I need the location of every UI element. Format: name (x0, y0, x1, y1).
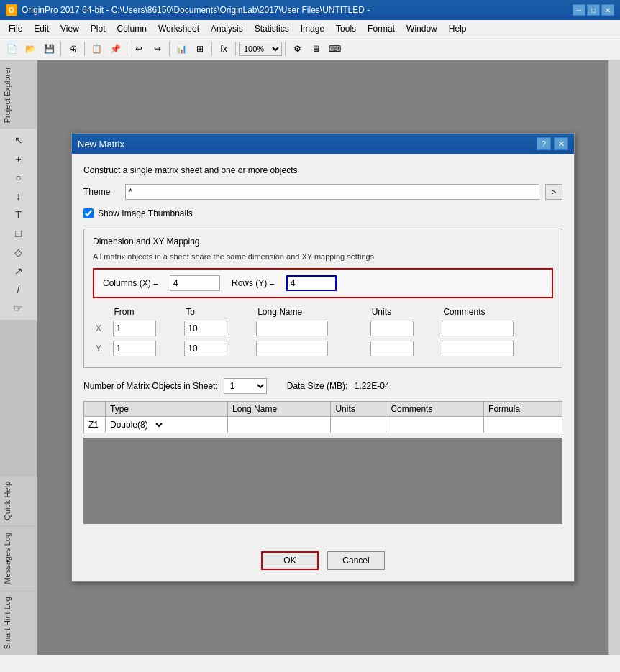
menu-plot[interactable]: Plot (85, 22, 111, 35)
obj-formula-cell[interactable] (484, 417, 562, 433)
cancel-button[interactable]: Cancel (327, 551, 385, 570)
new-button[interactable]: 📄 (3, 40, 20, 57)
objects-table: Type Long Name Units Comments Formula Z1 (83, 401, 562, 433)
dimension-row: Columns (X) = Rows (Y) = (93, 268, 553, 298)
separator-7 (285, 42, 286, 56)
dialog-title: New Matrix (78, 139, 537, 149)
x-units-input[interactable] (370, 321, 414, 336)
zoom-tool[interactable]: + (9, 150, 29, 167)
rows-input[interactable] (286, 275, 337, 291)
theme-input[interactable] (125, 184, 539, 200)
menu-worksheet[interactable]: Worksheet (152, 22, 205, 35)
copy-button[interactable]: 📋 (88, 40, 105, 57)
menu-file[interactable]: File (3, 22, 28, 35)
menu-help[interactable]: Help (443, 22, 473, 35)
menu-statistics[interactable]: Statistics (249, 22, 295, 35)
right-panel (608, 60, 620, 655)
menu-edit[interactable]: Edit (28, 22, 55, 35)
theme-arrow-button[interactable]: > (545, 184, 562, 200)
show-thumbnails-checkbox[interactable] (83, 208, 94, 218)
resize-tool[interactable]: ↕ (9, 188, 29, 205)
new-matrix-dialog: New Matrix ? ✕ Construct a single matrix… (71, 133, 575, 582)
select-tool[interactable]: ↖ (9, 132, 29, 149)
project-explorer-tab[interactable]: Project Explorer (0, 60, 37, 129)
obj-col-type: Type (106, 402, 228, 417)
menu-view[interactable]: View (55, 22, 85, 35)
maximize-button[interactable]: □ (587, 4, 600, 16)
save-button[interactable]: 💾 (40, 40, 58, 57)
settings-button[interactable]: ⚙ (288, 40, 306, 57)
menu-analysis[interactable]: Analysis (205, 22, 249, 35)
obj-longname-cell[interactable] (228, 417, 331, 433)
code-button[interactable]: ⌨ (326, 40, 343, 57)
title-bar: O OriginPro 2017 64-bit - C:\Users\86150… (0, 0, 620, 20)
script-button[interactable]: fx (215, 40, 232, 57)
col-longname: Long Name (253, 305, 368, 318)
smart-hint-tab[interactable]: Smart Hint Log (0, 590, 37, 655)
columns-input[interactable] (170, 275, 220, 291)
col-units: Units (368, 305, 439, 318)
x-from-input[interactable] (113, 321, 156, 336)
messages-log-tab[interactable]: Messages Log (0, 526, 37, 590)
y-from-input[interactable] (113, 341, 156, 356)
print-button[interactable]: 🖨 (64, 40, 81, 57)
y-to-input[interactable] (184, 341, 227, 356)
menu-column[interactable]: Column (111, 22, 152, 35)
obj-col-id (84, 402, 106, 417)
obj-id-cell: Z1 (84, 417, 106, 433)
separator-6 (235, 42, 236, 56)
diamond-tool[interactable]: ◇ (9, 244, 29, 261)
close-button[interactable]: ✕ (601, 4, 614, 16)
open-button[interactable]: 📂 (22, 40, 39, 57)
redo-button[interactable]: ↪ (149, 40, 166, 57)
undo-button[interactable]: ↩ (130, 40, 147, 57)
x-to-input[interactable] (184, 321, 227, 336)
paste-button[interactable]: 📌 (106, 40, 124, 57)
quick-help-tab[interactable]: Quick Help (0, 475, 37, 526)
tool-palette: ↖ + ○ ↕ T □ ◇ ↗ / ☞ (0, 129, 37, 320)
x-longname-input[interactable] (256, 321, 328, 336)
rect-tool[interactable]: □ (9, 225, 29, 242)
obj-col-units: Units (331, 402, 386, 417)
dimension-section: Dimension and XY Mapping All matrix obje… (83, 229, 562, 368)
y-comments-cell (439, 339, 553, 359)
window-controls: ─ □ ✕ (573, 4, 614, 16)
obj-col-formula: Formula (484, 402, 562, 417)
obj-units-cell[interactable] (331, 417, 386, 433)
text-tool[interactable]: T (9, 206, 29, 224)
theme-row: Theme > (83, 184, 562, 200)
ok-button[interactable]: OK (261, 551, 319, 570)
table-button[interactable]: ⊞ (191, 40, 209, 57)
matrix-objects-select[interactable]: 1 2 3 (224, 378, 267, 394)
y-comments-input[interactable] (442, 341, 514, 356)
circle-tool[interactable]: ○ (9, 169, 29, 186)
hand-tool[interactable]: ☞ (9, 300, 29, 317)
arrow-tool[interactable]: ↗ (9, 262, 29, 280)
y-longname-input[interactable] (256, 341, 328, 356)
dialog-overlay: New Matrix ? ✕ Construct a single matrix… (37, 60, 608, 655)
dialog-help-button[interactable]: ? (537, 137, 551, 150)
dialog-close-button[interactable]: ✕ (554, 137, 568, 150)
separator-5 (211, 42, 212, 56)
y-units-input[interactable] (370, 341, 414, 356)
show-thumbnails-label: Show Image Thumbnails (98, 208, 193, 218)
menu-window[interactable]: Window (401, 22, 443, 35)
menu-tools[interactable]: Tools (330, 22, 362, 35)
xy-table: From To Long Name Units Comments X (93, 305, 553, 359)
col-comments: Comments (439, 305, 553, 318)
zoom-select[interactable]: 100% 75% 125% 150% (239, 42, 282, 56)
obj-type-select[interactable]: ▼ (150, 419, 165, 431)
left-panels: Project Explorer ↖ + ○ ↕ T □ ◇ ↗ / ☞ Qui… (0, 60, 37, 655)
obj-comments-cell[interactable] (386, 417, 484, 433)
show-thumbnails-row: Show Image Thumbnails (83, 208, 562, 218)
x-comments-input[interactable] (442, 321, 514, 336)
separator-3 (127, 42, 127, 56)
line-tool[interactable]: / (9, 281, 29, 298)
columns-label: Columns (X) = (103, 278, 158, 288)
main-area: Project Explorer ↖ + ○ ↕ T □ ◇ ↗ / ☞ Qui… (0, 60, 620, 655)
monitor-button[interactable]: 🖥 (307, 40, 324, 57)
chart-button[interactable]: 📊 (173, 40, 190, 57)
menu-image[interactable]: Image (295, 22, 330, 35)
minimize-button[interactable]: ─ (573, 4, 585, 16)
menu-format[interactable]: Format (362, 22, 401, 35)
